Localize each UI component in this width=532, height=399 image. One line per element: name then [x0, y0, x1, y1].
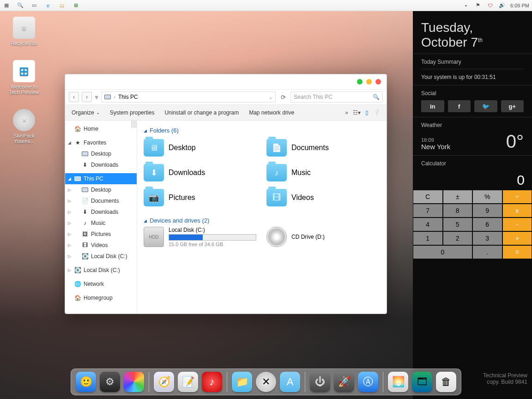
calc-key-÷[interactable]: ÷: [502, 190, 532, 204]
folder-pictures[interactable]: 📷Pictures: [144, 187, 257, 209]
calc-key-8[interactable]: 8: [443, 204, 473, 218]
organize-menu[interactable]: Organize⌄: [72, 109, 100, 116]
settings-dock-icon[interactable]: ⚙: [100, 372, 120, 392]
nav-scrollbar[interactable]: [131, 121, 137, 128]
calc-key-C[interactable]: C: [413, 190, 443, 204]
expand-icon[interactable]: ▷: [68, 243, 71, 248]
launchpad-dock-icon[interactable]: 🚀: [334, 372, 354, 392]
refresh-button[interactable]: ⟳: [278, 94, 288, 101]
close-button[interactable]: [375, 79, 381, 85]
calc-key-9[interactable]: 9: [472, 204, 502, 218]
nav-thispc[interactable]: ◢This PC: [65, 173, 137, 184]
uninstall-program-button[interactable]: Uninstall or change a program: [164, 109, 239, 116]
search-taskbar-icon[interactable]: 🔍: [17, 2, 24, 9]
start-icon[interactable]: ▦: [3, 2, 10, 9]
calc-key-3[interactable]: 3: [472, 231, 502, 245]
safari-dock-icon[interactable]: 🧭: [154, 372, 174, 392]
folder-desktop[interactable]: 🖥Desktop: [144, 137, 257, 159]
expand-icon[interactable]: ▷: [68, 199, 71, 203]
calc-key-7[interactable]: 7: [413, 204, 443, 218]
nav-downloads[interactable]: ▷⬇Downloads: [65, 206, 137, 218]
expand-icon[interactable]: ▷: [68, 268, 71, 272]
drive-local-c[interactable]: HDD Local Disk (C:) 15.0 GB free of 24.6…: [144, 227, 257, 247]
notes-dock-icon[interactable]: 📝: [178, 372, 198, 392]
back-button[interactable]: ‹: [69, 92, 79, 102]
nav-localdisk-c-2[interactable]: ▷💽Local Disk (C:): [65, 265, 137, 276]
appstore2-dock-icon[interactable]: Ⓐ: [358, 372, 378, 392]
devices-section-header[interactable]: ◢Devices and drives (2): [144, 217, 380, 224]
calc-key-+[interactable]: +: [502, 231, 532, 245]
googleplus-button[interactable]: g+: [501, 100, 524, 112]
nav-homegroup[interactable]: 🏠Homegroup: [65, 292, 137, 303]
nav-pictures[interactable]: ▷🖼Pictures: [65, 229, 137, 240]
view-options-icon[interactable]: ☷▾: [353, 109, 361, 116]
weather-widget[interactable]: 18:09 New York 0°: [421, 132, 524, 151]
nav-music[interactable]: ▷♪Music: [65, 218, 137, 229]
calc-key-2[interactable]: 2: [443, 231, 473, 245]
calc-key-±[interactable]: ±: [443, 190, 473, 204]
expand-icon[interactable]: ▷: [68, 232, 71, 236]
calc-key-4[interactable]: 4: [413, 218, 443, 231]
preview-pane-icon[interactable]: ▯: [365, 109, 369, 116]
missioncontrol-dock-icon[interactable]: 🗔: [412, 372, 432, 392]
finder-dock-icon[interactable]: 🙂: [76, 372, 96, 392]
calc-key-.[interactable]: .: [472, 245, 502, 259]
system-properties-button[interactable]: System properties: [110, 109, 155, 116]
nav-fav-desktop[interactable]: Desktop: [65, 148, 137, 159]
trash-dock-icon[interactable]: 🗑: [436, 372, 456, 392]
calc-key-%[interactable]: %: [472, 190, 502, 204]
calc-key-x[interactable]: x: [502, 204, 532, 218]
collapse-icon[interactable]: ◢: [68, 140, 71, 145]
map-network-drive-button[interactable]: Map network drive: [249, 109, 294, 116]
itunes-dock-icon[interactable]: ♪: [202, 372, 222, 392]
forward-button[interactable]: ›: [82, 92, 92, 102]
folders-section-header[interactable]: ◢Folders (6): [144, 127, 380, 134]
calc-key-1[interactable]: 1: [413, 231, 443, 245]
expand-icon[interactable]: ▷: [68, 221, 71, 225]
folder-videos[interactable]: 🎞Videos: [266, 187, 380, 209]
flag-icon[interactable]: ⚑: [474, 2, 482, 9]
minimize-button[interactable]: [366, 79, 372, 85]
folder-documents[interactable]: 📄Documents: [266, 137, 380, 159]
expand-icon[interactable]: ▷: [68, 210, 71, 214]
store-taskbar-icon[interactable]: ⊞: [72, 2, 79, 9]
nav-documents[interactable]: ▷📄Documents: [65, 195, 137, 206]
nav-home[interactable]: 🏠Home: [65, 123, 137, 134]
expand-icon[interactable]: ▷: [68, 187, 71, 192]
appstore-dock-icon[interactable]: A: [280, 372, 300, 392]
iphoto-dock-icon[interactable]: 🌅: [388, 372, 408, 392]
ie-icon[interactable]: e: [44, 2, 52, 9]
calc-key-5[interactable]: 5: [443, 218, 473, 231]
facebook-button[interactable]: f: [448, 100, 471, 112]
volume-icon[interactable]: 🔊: [498, 2, 506, 9]
welcome-shortcut[interactable]: ⊞ Welcome to Tech Preview: [6, 60, 42, 95]
folder-downloads[interactable]: ⬇Downloads: [144, 162, 257, 184]
nav-fav-downloads[interactable]: ⬇Downloads: [65, 159, 137, 170]
nav-videos[interactable]: ▷🎞Videos: [65, 240, 137, 251]
tray-dot-icon[interactable]: •: [462, 2, 470, 9]
calc-key--[interactable]: -: [502, 218, 532, 231]
calc-key-0[interactable]: 0: [413, 245, 472, 259]
breadcrumb-dropdown-icon[interactable]: ⌄: [269, 95, 272, 100]
help-icon[interactable]: ❔: [373, 109, 380, 116]
collapse-icon[interactable]: ◢: [68, 176, 71, 181]
nav-localdisk-c[interactable]: ▷💽Local Disk (C:): [65, 251, 137, 262]
nav-favorites[interactable]: ◢★Favorites: [65, 137, 137, 148]
maximize-button[interactable]: [357, 79, 363, 85]
nav-network[interactable]: 🌐Network: [65, 278, 137, 290]
taskview-icon[interactable]: ▭: [30, 2, 38, 9]
gamecenter-dock-icon[interactable]: [124, 372, 144, 392]
yosemite-dock-icon[interactable]: ✕: [256, 372, 276, 392]
twitter-button[interactable]: 🐦: [474, 100, 497, 112]
nav-desktop[interactable]: ▷Desktop: [65, 184, 137, 195]
fileexplorer-taskbar-icon[interactable]: 🗂: [58, 2, 66, 9]
calc-key-=[interactable]: =: [502, 245, 532, 259]
skinpack-shortcut[interactable]: ✕ SkinPack Yosemi...: [6, 109, 42, 144]
linkedin-button[interactable]: in: [421, 100, 444, 112]
power-dock-icon[interactable]: ⏻: [310, 372, 330, 392]
recycle-bin[interactable]: 🗑 Recycle Bin: [6, 17, 42, 46]
search-input[interactable]: Search This PC 🔍: [290, 91, 383, 103]
clock[interactable]: 6:09 PM: [510, 3, 529, 8]
drive-cd-d[interactable]: CD Drive (D:): [266, 227, 380, 247]
folder-dock-icon[interactable]: 📁: [232, 372, 252, 392]
